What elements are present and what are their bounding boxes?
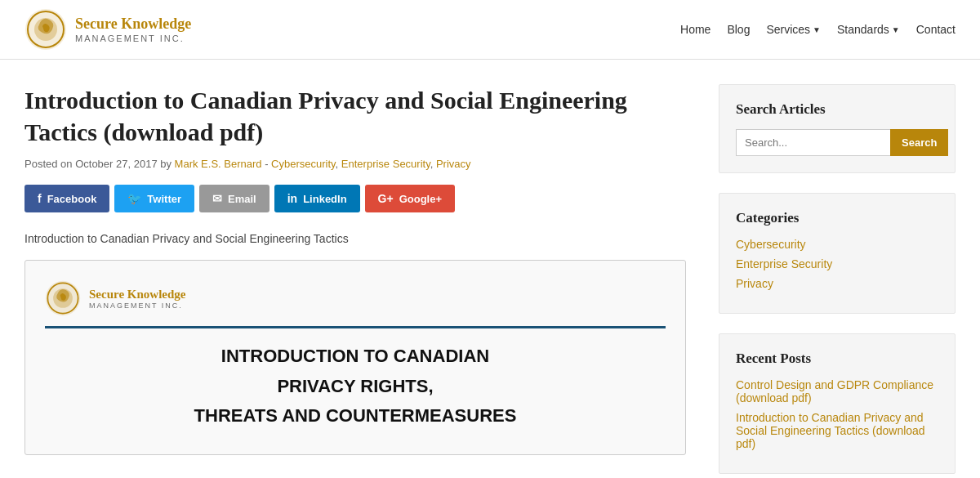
standards-dropdown-arrow: ▼ [892, 25, 900, 34]
search-button[interactable]: Search [890, 129, 948, 156]
pdf-logo-name: Secure Knowledge [89, 287, 185, 302]
nav-home[interactable]: Home [680, 23, 710, 36]
category-link-privacy[interactable]: Privacy [736, 277, 938, 290]
nav-blog[interactable]: Blog [727, 23, 750, 36]
pdf-divider [45, 326, 666, 328]
email-label: Email [228, 193, 256, 205]
search-row: Search [736, 129, 938, 156]
content-area: Introduction to Canadian Privacy and Soc… [24, 84, 686, 478]
pdf-logo-area: Secure Knowledge MANAGEMENT INC. [45, 280, 185, 316]
sidebar: Search Articles Search Categories Cybers… [719, 84, 956, 478]
search-section-title: Search Articles [736, 101, 938, 118]
main-container: Introduction to Canadian Privacy and Soc… [8, 84, 972, 478]
facebook-label: Facebook [47, 193, 97, 205]
twitter-icon: 🐦 [127, 192, 141, 205]
googleplus-icon: G+ [378, 192, 394, 205]
main-nav: Home Blog Services ▼ Standards ▼ Contact [680, 23, 956, 36]
category-privacy[interactable]: Privacy [436, 158, 471, 170]
site-header: Secure Knowledge MANAGEMENT INC. Home Bl… [0, 0, 980, 60]
services-dropdown-arrow: ▼ [813, 25, 821, 34]
share-linkedin[interactable]: in LinkedIn [274, 185, 360, 212]
email-icon: ✉ [212, 192, 222, 205]
pdf-title-line3: THREATS AND COUNTERMEASURES [194, 404, 517, 428]
logo-sub: MANAGEMENT INC. [75, 34, 191, 43]
author-link[interactable]: Mark E.S. Bernard [175, 158, 262, 170]
pdf-preview: Secure Knowledge MANAGEMENT INC. INTRODU… [24, 260, 686, 455]
share-email[interactable]: ✉ Email [199, 185, 270, 212]
share-buttons: f Facebook 🐦 Twitter ✉ Email in LinkedIn… [24, 185, 686, 212]
logo-text: Secure Knowledge MANAGEMENT INC. [75, 16, 191, 43]
recent-posts-section: Recent Posts Control Design and GDPR Com… [719, 333, 956, 474]
categories-title: Categories [736, 210, 938, 226]
logo[interactable]: Secure Knowledge MANAGEMENT INC. [24, 8, 191, 51]
pdf-logo-icon [45, 280, 81, 316]
category-cybersecurity[interactable]: Cybersecurity [271, 158, 336, 170]
logo-name: Secure Knowledge [75, 16, 191, 34]
pdf-logo-text: Secure Knowledge MANAGEMENT INC. [89, 287, 185, 310]
article-title: Introduction to Canadian Privacy and Soc… [24, 84, 686, 148]
category-link-cybersecurity[interactable]: Cybersecurity [736, 238, 938, 251]
pdf-title-line2: PRIVACY RIGHTS, [277, 375, 433, 399]
nav-services[interactable]: Services ▼ [766, 23, 821, 36]
meta-prefix: Posted on October 27, 2017 by [24, 158, 172, 170]
search-input[interactable] [736, 129, 890, 156]
share-facebook[interactable]: f Facebook [24, 185, 109, 212]
share-twitter[interactable]: 🐦 Twitter [114, 185, 194, 212]
recent-post-1[interactable]: Control Design and GDPR Compliance (down… [736, 378, 938, 404]
nav-contact[interactable]: Contact [916, 23, 956, 36]
linkedin-icon: in [287, 192, 297, 205]
share-googleplus[interactable]: G+ Google+ [365, 185, 455, 212]
pdf-title-line1: INTRODUCTION TO CANADIAN [221, 345, 489, 369]
logo-icon [24, 8, 67, 51]
nav-standards[interactable]: Standards ▼ [837, 23, 900, 36]
recent-posts-title: Recent Posts [736, 351, 938, 367]
twitter-label: Twitter [147, 193, 181, 205]
category-link-enterprise-security[interactable]: Enterprise Security [736, 257, 938, 270]
article-meta: Posted on October 27, 2017 by Mark E.S. … [24, 158, 686, 170]
article-intro: Introduction to Canadian Privacy and Soc… [24, 232, 686, 245]
categories-section: Categories Cybersecurity Enterprise Secu… [719, 193, 956, 314]
recent-post-2[interactable]: Introduction to Canadian Privacy and Soc… [736, 411, 938, 450]
pdf-logo-sub: MANAGEMENT INC. [89, 302, 185, 310]
category-enterprise-security[interactable]: Enterprise Security [341, 158, 430, 170]
googleplus-label: Google+ [399, 193, 442, 205]
linkedin-label: LinkedIn [303, 193, 346, 205]
search-section: Search Articles Search [719, 84, 956, 173]
facebook-icon: f [38, 192, 42, 205]
